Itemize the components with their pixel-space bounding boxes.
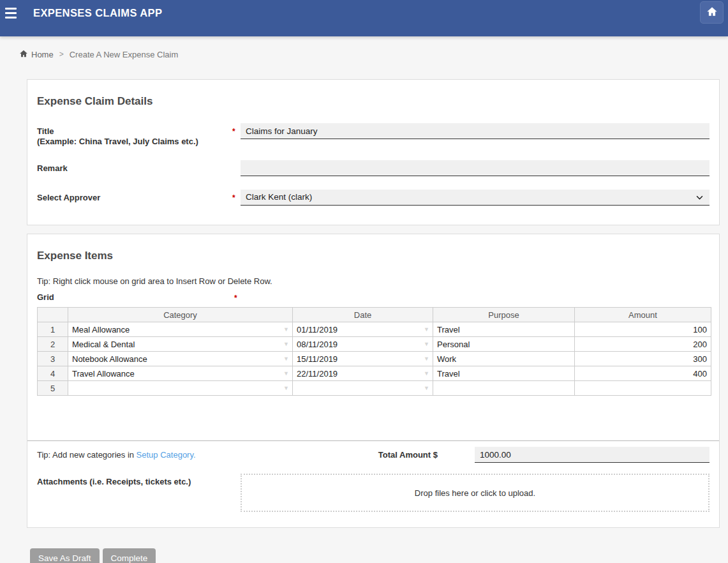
home-icon xyxy=(706,6,718,20)
dropdown-arrow-icon: ▼ xyxy=(424,385,429,391)
category-cell[interactable]: ▼ xyxy=(68,381,293,396)
dropdown-arrow-icon: ▼ xyxy=(283,341,289,347)
category-cell[interactable]: Notebook Allowance▼ xyxy=(68,352,293,366)
row-number: 1 xyxy=(38,322,68,337)
grid-tip-text: Tip: Right click mouse on grid area to I… xyxy=(37,276,709,287)
approver-selected-value: Clark Kent (clark) xyxy=(246,192,312,202)
row-number: 5 xyxy=(38,381,68,396)
approver-label: Select Approver xyxy=(37,190,232,203)
attachments-row: Attachments (i.e. Receipts, tickets etc.… xyxy=(37,474,709,512)
amount-cell[interactable]: 100 xyxy=(575,322,711,337)
remark-label: Remark xyxy=(37,160,232,174)
dropdown-arrow-icon: ▼ xyxy=(283,370,289,377)
table-row: 2 Medical & Dental▼ 08/11/2019▼ Personal… xyxy=(38,337,711,352)
required-marker: * xyxy=(232,123,241,136)
amount-cell[interactable]: 300 xyxy=(575,352,711,366)
items-footer-row: Tip: Add new categories in Setup Categor… xyxy=(37,441,709,463)
breadcrumb-home-link[interactable]: Home xyxy=(19,49,54,60)
complete-button[interactable]: Complete xyxy=(103,548,156,563)
attachments-label: Attachments (i.e. Receipts, tickets etc.… xyxy=(37,474,241,487)
category-cell[interactable]: Travel Allowance▼ xyxy=(68,366,293,381)
dropdown-arrow-icon: ▼ xyxy=(283,385,289,391)
amount-cell[interactable]: 200 xyxy=(575,337,711,352)
total-amount-label: Total Amount $ xyxy=(378,450,438,460)
title-field-row: Title (Example: China Travel, July Claim… xyxy=(37,123,709,147)
table-row: 3 Notebook Allowance▼ 15/11/2019▼ Work 3… xyxy=(38,352,711,366)
category-cell[interactable]: Meal Allowance▼ xyxy=(68,322,293,337)
dropdown-arrow-icon: ▼ xyxy=(424,326,429,333)
row-number: 4 xyxy=(38,366,68,381)
setup-category-link[interactable]: Setup Category xyxy=(137,450,193,460)
grid-header-row: Category Date Purpose Amount xyxy=(38,308,711,322)
grid-header-category: Category xyxy=(68,308,293,322)
save-as-draft-button[interactable]: Save As Draft xyxy=(30,548,100,563)
amount-cell[interactable] xyxy=(575,381,711,396)
breadcrumb-separator: > xyxy=(59,50,64,59)
date-cell[interactable]: 08/11/2019▼ xyxy=(293,337,433,352)
row-number: 2 xyxy=(38,337,68,352)
date-cell[interactable]: 15/11/2019▼ xyxy=(293,352,433,366)
dropdown-arrow-icon: ▼ xyxy=(283,326,289,333)
purpose-cell[interactable]: Travel xyxy=(433,322,575,337)
category-cell[interactable]: Medical & Dental▼ xyxy=(68,337,293,352)
date-cell[interactable]: 01/11/2019▼ xyxy=(293,322,433,337)
dropdown-arrow-icon: ▼ xyxy=(424,370,429,377)
navbar-home-button[interactable] xyxy=(700,1,724,24)
table-row: 4 Travel Allowance▼ 22/11/2019▼ Travel 4… xyxy=(38,366,711,381)
breadcrumb-home-label: Home xyxy=(31,50,54,59)
approver-field-row: Select Approver * Clark Kent (clark) xyxy=(37,190,709,206)
required-marker: * xyxy=(234,293,237,303)
grid-header-rownum xyxy=(38,308,68,322)
table-row: 1 Meal Allowance▼ 01/11/2019▼ Travel 100 xyxy=(38,322,711,337)
details-heading: Expense Claim Details xyxy=(37,95,709,108)
date-cell[interactable]: ▼ xyxy=(293,381,433,396)
grid-label-row: Grid * xyxy=(37,292,709,303)
top-navbar: EXPENSES CLAIMS APP xyxy=(0,0,728,36)
remark-input[interactable] xyxy=(241,160,709,176)
expense-claim-details-card: Expense Claim Details Title (Example: Ch… xyxy=(27,79,720,225)
hamburger-menu-icon[interactable] xyxy=(4,6,18,20)
home-icon xyxy=(19,49,28,60)
grid-header-purpose: Purpose xyxy=(433,308,575,322)
grid-header-amount: Amount xyxy=(575,308,711,322)
purpose-cell[interactable] xyxy=(433,381,575,396)
title-input[interactable] xyxy=(241,123,709,139)
dropdown-arrow-icon: ▼ xyxy=(283,356,289,362)
amount-cell[interactable]: 400 xyxy=(575,366,711,381)
date-cell[interactable]: 22/11/2019▼ xyxy=(293,366,433,381)
dropzone-text: Drop files here or click to upload. xyxy=(415,488,535,498)
purpose-cell[interactable]: Personal xyxy=(433,337,575,352)
title-label: Title (Example: China Travel, July Claim… xyxy=(37,123,232,147)
grid-header-date: Date xyxy=(293,308,433,322)
app-title: EXPENSES CLAIMS APP xyxy=(33,7,162,19)
expense-items-grid: Category Date Purpose Amount 1 Meal Allo… xyxy=(37,307,711,396)
setup-category-tip: Tip: Add new categories in Setup Categor… xyxy=(37,450,378,460)
grid-label: Grid xyxy=(37,292,54,302)
remark-field-row: Remark xyxy=(37,160,709,176)
approver-select[interactable]: Clark Kent (clark) xyxy=(241,190,709,206)
breadcrumb: Home > Create A New Expense Claim xyxy=(0,36,728,60)
expense-items-card: Expense Items Tip: Right click mouse on … xyxy=(27,234,720,528)
row-number: 3 xyxy=(38,352,68,366)
required-marker: * xyxy=(232,190,241,202)
breadcrumb-current-page: Create A New Expense Claim xyxy=(70,50,179,59)
purpose-cell[interactable]: Travel xyxy=(433,366,575,381)
items-heading: Expense Items xyxy=(37,250,709,262)
action-buttons: Save As Draft Complete xyxy=(30,548,728,563)
total-amount-input[interactable] xyxy=(475,447,709,463)
dropdown-arrow-icon: ▼ xyxy=(424,341,429,347)
table-row: 5 ▼ ▼ xyxy=(38,381,711,396)
dropdown-arrow-icon: ▼ xyxy=(424,356,429,362)
purpose-cell[interactable]: Work xyxy=(433,352,575,366)
file-upload-dropzone[interactable]: Drop files here or click to upload. xyxy=(241,474,709,512)
